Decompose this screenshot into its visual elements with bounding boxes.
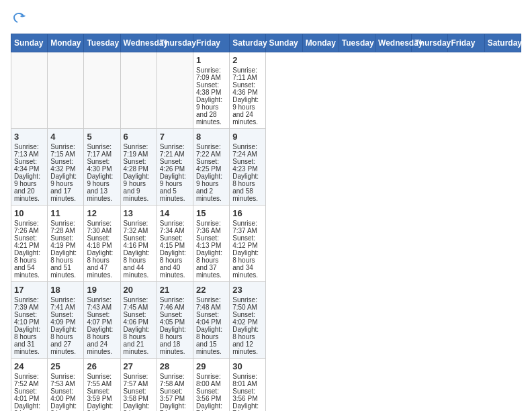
day-number: 4 (50, 132, 81, 142)
day-info: Sunrise: 7:48 AM (196, 296, 226, 311)
day-info: and 31 minutes. (14, 340, 44, 355)
day-info: Sunrise: 7:36 AM (196, 220, 226, 234)
header-cell-thursday: Thursday (157, 34, 193, 52)
day-number: 16 (232, 208, 263, 218)
day-number: 22 (196, 285, 226, 295)
day-info: Sunset: 4:21 PM (14, 234, 44, 249)
day-number: 6 (124, 132, 154, 142)
day-info: Sunset: 4:19 PM (50, 234, 81, 249)
calendar-cell: 30Sunrise: 8:01 AMSunset: 3:56 PMDayligh… (230, 359, 266, 412)
calendar-week-row: 24Sunrise: 7:52 AMSunset: 4:01 PMDayligh… (11, 359, 521, 412)
day-number: 19 (87, 285, 117, 295)
day-info: Daylight: 8 hours (196, 326, 226, 340)
day-info: Sunset: 4:23 PM (232, 158, 263, 173)
day-info: and 34 minutes. (232, 264, 263, 279)
day-info: Daylight: 9 hours (87, 173, 117, 187)
day-info: Daylight: 7 hours (196, 402, 226, 411)
day-info: Sunset: 4:01 PM (14, 387, 44, 402)
day-info: Sunset: 4:09 PM (50, 311, 81, 326)
calendar-cell: 6Sunrise: 7:19 AMSunset: 4:28 PMDaylight… (120, 129, 157, 205)
day-info: and 9 minutes. (124, 187, 154, 202)
page-header (11, 11, 521, 27)
day-info: Daylight: 8 hours (87, 249, 117, 264)
day-info: Sunrise: 7:15 AM (50, 143, 81, 158)
calendar-cell: 16Sunrise: 7:37 AMSunset: 4:12 PMDayligh… (230, 205, 266, 282)
header-cell-sunday: Sunday (11, 34, 48, 52)
calendar-cell: 14Sunrise: 7:34 AMSunset: 4:15 PMDayligh… (157, 205, 193, 282)
day-info: and 12 minutes. (232, 340, 263, 355)
calendar-cell: 26Sunrise: 7:55 AMSunset: 3:59 PMDayligh… (84, 359, 120, 412)
calendar-cell: 28Sunrise: 7:58 AMSunset: 3:57 PMDayligh… (157, 359, 193, 412)
calendar-week-row: 17Sunrise: 7:39 AMSunset: 4:10 PMDayligh… (11, 282, 521, 359)
day-info: Daylight: 8 hours (50, 326, 81, 340)
header-cell-friday: Friday (193, 34, 230, 52)
day-info: Daylight: 8 hours (87, 326, 117, 340)
day-number: 2 (232, 55, 263, 65)
day-number: 25 (50, 361, 81, 371)
day-info: Sunset: 4:02 PM (232, 311, 263, 326)
day-info: and 44 minutes. (124, 264, 154, 279)
day-info: and 15 minutes. (196, 340, 226, 355)
day-info: Sunset: 4:10 PM (14, 311, 44, 326)
day-info: Sunrise: 7:39 AM (14, 296, 44, 311)
day-info: Sunrise: 7:37 AM (232, 220, 263, 234)
day-info: Sunrise: 7:58 AM (160, 373, 190, 387)
day-info: and 21 minutes. (124, 340, 154, 355)
calendar-cell: 20Sunrise: 7:45 AMSunset: 4:06 PMDayligh… (120, 282, 157, 359)
calendar-cell: 13Sunrise: 7:32 AMSunset: 4:16 PMDayligh… (120, 205, 157, 282)
day-info: Sunrise: 8:00 AM (196, 373, 226, 387)
calendar-cell: 23Sunrise: 7:50 AMSunset: 4:02 PMDayligh… (230, 282, 266, 359)
day-info: Daylight: 8 hours (124, 249, 154, 264)
day-info: Sunset: 4:04 PM (196, 311, 226, 326)
day-info: Sunset: 4:12 PM (232, 234, 263, 249)
day-number: 9 (232, 132, 263, 142)
day-info: Sunrise: 7:17 AM (87, 143, 117, 158)
day-info: and 40 minutes. (160, 264, 190, 279)
day-info: Sunrise: 7:22 AM (196, 143, 226, 158)
calendar-cell: 8Sunrise: 7:22 AMSunset: 4:25 PMDaylight… (193, 129, 230, 205)
header-cell-tuesday: Tuesday (339, 34, 375, 52)
day-info: Daylight: 8 hours (232, 249, 263, 264)
day-info: and 54 minutes. (14, 264, 44, 279)
logo (11, 11, 30, 27)
day-number: 14 (160, 208, 190, 218)
calendar-week-row: 1Sunrise: 7:09 AMSunset: 4:38 PMDaylight… (11, 52, 521, 129)
header-cell-thursday: Thursday (412, 34, 448, 52)
calendar-cell (84, 52, 120, 129)
header-cell-saturday: Saturday (484, 34, 521, 52)
day-info: Daylight: 7 hours (232, 402, 263, 411)
day-info: Daylight: 7 hours (160, 402, 190, 411)
header-cell-monday: Monday (302, 34, 339, 52)
calendar-cell: 15Sunrise: 7:36 AMSunset: 4:13 PMDayligh… (193, 205, 230, 282)
calendar-cell (11, 52, 48, 129)
day-info: Sunset: 3:59 PM (87, 387, 117, 402)
day-number: 30 (232, 361, 263, 371)
day-info: and 47 minutes. (87, 264, 117, 279)
day-info: Daylight: 9 hours (50, 173, 81, 187)
calendar-cell: 29Sunrise: 8:00 AMSunset: 3:56 PMDayligh… (193, 359, 230, 412)
day-info: Sunrise: 7:26 AM (14, 220, 44, 234)
day-info: Daylight: 8 hours (14, 326, 44, 340)
calendar-cell: 17Sunrise: 7:39 AMSunset: 4:10 PMDayligh… (11, 282, 48, 359)
day-info: Sunset: 3:58 PM (124, 387, 154, 402)
day-number: 29 (196, 361, 226, 371)
day-info: Sunset: 4:16 PM (124, 234, 154, 249)
day-info: Sunrise: 7:11 AM (232, 66, 263, 81)
calendar-cell: 22Sunrise: 7:48 AMSunset: 4:04 PMDayligh… (193, 282, 230, 359)
header-cell-sunday: Sunday (266, 34, 302, 52)
day-info: Sunrise: 7:53 AM (50, 373, 81, 387)
calendar-cell (157, 52, 193, 129)
day-info: Sunrise: 7:09 AM (196, 66, 226, 81)
day-number: 11 (50, 208, 81, 218)
day-number: 15 (196, 208, 226, 218)
day-info: Sunrise: 7:43 AM (87, 296, 117, 311)
day-info: Sunset: 4:36 PM (232, 81, 263, 96)
day-number: 18 (50, 285, 81, 295)
day-info: Sunset: 4:26 PM (160, 158, 190, 173)
day-info: and 24 minutes. (232, 111, 263, 126)
day-info: Sunset: 4:15 PM (160, 234, 190, 249)
day-info: Sunrise: 7:55 AM (87, 373, 117, 387)
day-info: Daylight: 8 hours (232, 173, 263, 187)
day-info: Sunrise: 7:57 AM (124, 373, 154, 387)
day-info: Daylight: 9 hours (232, 96, 263, 111)
